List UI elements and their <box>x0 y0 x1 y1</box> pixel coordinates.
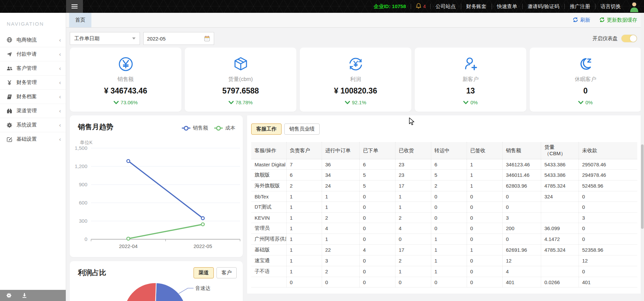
topbar-menu-language-switch[interactable]: 语言切换 <box>595 3 626 10</box>
users-icon <box>5 65 13 72</box>
sidebar-item-finance-archive[interactable]: 财务档案 ‹ <box>0 89 66 104</box>
column-header: 已收货 <box>395 142 431 159</box>
company-id: 企业ID: 10758 <box>369 3 411 10</box>
table-cell: DT测试 <box>251 202 286 213</box>
sidebar-toggle-button[interactable] <box>66 0 83 13</box>
tabbar: 首页 刷新 更新数据缓存 <box>66 13 644 28</box>
sidebar-item-system-settings[interactable]: 系统设置 ‹ <box>0 118 66 132</box>
column-header: 货量（CBM） <box>541 142 579 159</box>
topbar-menu-company-site[interactable]: 公司站点 <box>431 3 461 10</box>
tab-service-work[interactable]: 客服工作 <box>251 124 282 135</box>
table-row[interactable]: 广州阿塔苏供应11001004.14720 <box>251 234 637 245</box>
table-row[interactable]: Master Digital73662361346123.465433.3862… <box>251 159 637 170</box>
sidebar-item-customer-management[interactable]: 客户管理 ‹ <box>0 61 66 75</box>
table-cell: 0 <box>431 191 467 202</box>
table-cell: 0 <box>431 277 467 288</box>
table-cell: 0 <box>359 255 395 266</box>
user-avatar[interactable] <box>629 1 639 12</box>
table-cell: 24 <box>322 181 359 191</box>
table-row[interactable]: 管理员14040020036.0990 <box>251 223 637 234</box>
table-cell: 294978.46 <box>579 170 637 181</box>
table-cell: 2 <box>322 266 359 277</box>
table-cell: 36.099 <box>541 223 579 234</box>
table-cell: 0 <box>359 277 395 288</box>
svg-text:0: 0 <box>85 236 87 242</box>
table-cell: 0 <box>467 202 502 213</box>
table-cell: 36 <box>322 159 359 170</box>
date-type-select[interactable]: 工作单日期 <box>70 32 140 45</box>
table-cell: 0 <box>579 223 637 234</box>
table-cell: 广州阿塔苏供应 <box>251 234 286 245</box>
topbar-menu-invite-code[interactable]: 邀请码/验证码 <box>523 3 564 10</box>
table-cell: 2 <box>322 213 359 223</box>
table-cell: 1 <box>322 191 359 202</box>
table-cell: 1 <box>395 266 431 277</box>
sidebar-item-channel-management[interactable]: 渠道管理 ‹ <box>0 104 66 118</box>
table-cell: KEVIN <box>251 213 286 223</box>
table-row[interactable]: 基础版1224171162691.964785.32452358.96 <box>251 245 637 255</box>
table-cell <box>541 213 579 223</box>
table-cell: 0 <box>467 223 502 234</box>
table-cell: 1 <box>467 159 502 170</box>
topbar-menu-promo-register[interactable]: 推广注册 <box>565 3 595 10</box>
table-row[interactable]: 0000004010.0266401 <box>251 277 637 288</box>
tab-sales-performance[interactable]: 销售员业绩 <box>284 124 320 135</box>
table-cell: 0.0266 <box>541 277 579 288</box>
table-cell: 1 <box>286 213 322 223</box>
table-cell: 1 <box>431 245 467 255</box>
topbar-menu-quick-query[interactable]: 快速查单 <box>492 3 522 10</box>
table-cell: 23 <box>395 170 431 181</box>
kpi-card-volume: 货量(cbm) 5797.6588 78.78% <box>185 48 296 112</box>
gear-icon[interactable] <box>6 293 12 298</box>
table-row[interactable]: BbTex11010003240 <box>251 191 637 202</box>
sidebar-item-basic-settings[interactable]: 基础设置 ‹ <box>0 132 66 146</box>
table-row[interactable]: 子不语12011040 <box>251 266 637 277</box>
chevron-down-icon <box>114 101 119 104</box>
download-icon[interactable] <box>22 293 27 298</box>
sidebar-item-finance-management[interactable]: 财务管理 ‹ <box>0 75 66 89</box>
table-cell: 4 <box>322 223 359 234</box>
table-cell: 4 <box>502 266 541 277</box>
table-row[interactable]: DT测试11010000 <box>251 202 637 213</box>
sidebar-item-ecommerce-logistics[interactable]: 电商物流 ‹ <box>0 33 66 47</box>
table-cell: 速宝通 <box>251 255 286 266</box>
table-cell: 7 <box>286 159 322 170</box>
table-row[interactable]: KEVIN12020033 <box>251 213 637 223</box>
table-cell: 0 <box>286 277 322 288</box>
table-cell: 346123.46 <box>502 159 541 170</box>
table-cell: 4785.324 <box>541 181 579 191</box>
column-header: 进行中订单 <box>322 142 359 159</box>
notification-bell[interactable]: 4 <box>411 3 430 10</box>
content: 工作单日期 2022-05 开启仪表盘 销售额 ¥ 346743.46 <box>66 28 644 301</box>
table-cell: 0 <box>431 223 467 234</box>
table-cell: 0 <box>359 223 395 234</box>
table-cell <box>541 255 579 266</box>
dashboard-screen: 企业ID: 10758 4 公司站点 财务账套 快速查单 邀请码/验证码 推广注… <box>0 0 644 301</box>
table-cell: 4785.324 <box>541 245 579 255</box>
chevron-down-icon <box>132 37 136 39</box>
svg-text:900: 900 <box>79 182 87 187</box>
sidebar-item-payment-request[interactable]: 付款申请 ‹ <box>0 47 66 61</box>
table-row[interactable]: 速宝通1302101212 <box>251 255 637 266</box>
dashboard-toggle[interactable] <box>621 34 637 43</box>
update-cache-button[interactable]: 更新数据缓存 <box>599 17 637 24</box>
edit-icon <box>5 136 13 142</box>
channel-button[interactable]: 渠道 <box>194 267 214 278</box>
topbar-menu-finance-books[interactable]: 财务账套 <box>461 3 492 10</box>
table-cell: 4.1472 <box>541 234 579 245</box>
table-cell: 0 <box>579 202 637 213</box>
scrollbar-thumb[interactable] <box>641 144 644 229</box>
table-row[interactable]: 海外旗舰版2245172162803.964785.32452458.96 <box>251 181 637 191</box>
table-cell: 2 <box>395 213 431 223</box>
chevron-left-icon: ‹ <box>59 80 61 85</box>
vertical-scrollbar[interactable] <box>641 13 644 301</box>
customer-button[interactable]: 客户 <box>216 267 237 278</box>
table-cell: 0 <box>359 202 395 213</box>
refresh-button[interactable]: 刷新 <box>573 17 590 24</box>
table-cell: 5 <box>431 170 467 181</box>
table-cell: 0 <box>431 213 467 223</box>
tab-home[interactable]: 首页 <box>69 13 91 27</box>
table-row[interactable]: 旗舰版63452351346011.465433.386294978.46 <box>251 170 637 181</box>
table-cell: 1 <box>467 245 502 255</box>
month-picker[interactable]: 2022-05 <box>143 32 214 45</box>
